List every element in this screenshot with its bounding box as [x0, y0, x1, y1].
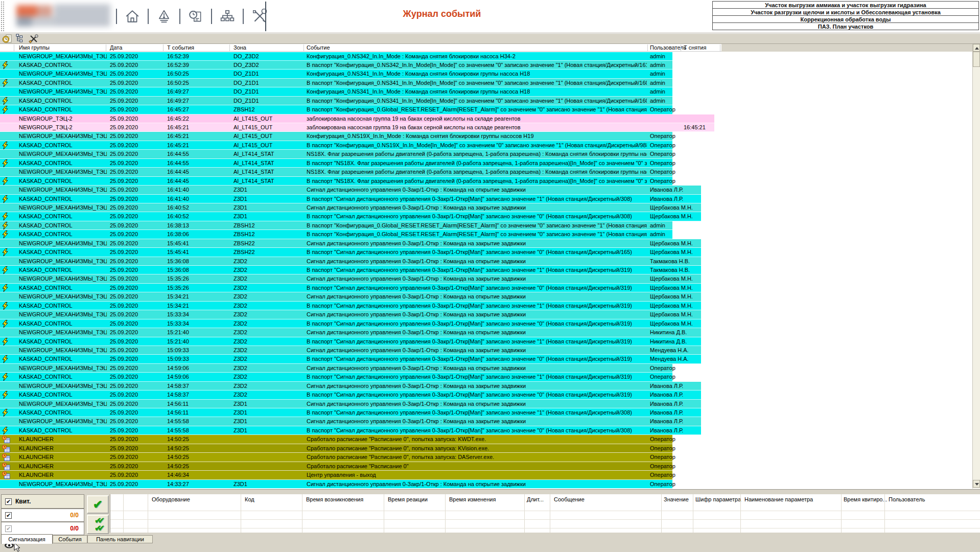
event-row[interactable]: KLAUNCHER25.09.202014:50:25Сработало рас…: [0, 435, 972, 444]
alarm-column-header-5[interactable]: Время реакции: [388, 496, 428, 502]
event-row[interactable]: KASKAD_CONTROL25.09.202016:41:40Z3D1В па…: [0, 195, 972, 203]
tab-3[interactable]: Панель навигации: [87, 535, 153, 543]
event-row[interactable]: KASKAD_CONTROL25.09.202016:40:52Z3D1В па…: [0, 212, 972, 221]
event-row[interactable]: KASKAD_CONTROL25.09.202016:52:39DO_Z3D2В…: [0, 61, 972, 70]
area-button-3[interactable]: Коррекционная обработка воды: [712, 15, 979, 23]
scroll-down-button[interactable]: [973, 480, 980, 488]
event-row[interactable]: NEWGROUP_МЕХАНИЗМЫ_ТЭЦ-225.09.202016:44:…: [0, 150, 972, 158]
event-row[interactable]: KASKAD_CONTROL25.09.202016:45:21AI_LT415…: [0, 141, 972, 150]
group-cell: KASKAD_CONTROL: [19, 195, 107, 203]
event-row[interactable]: KASKAD_CONTROL25.09.202015:36:08Z3D2В па…: [0, 266, 972, 274]
event-row[interactable]: KASKAD_CONTROL25.09.202014:58:37Z3D2В па…: [0, 390, 972, 399]
alarm-column-header-12[interactable]: Время квитиро...: [844, 496, 888, 502]
event-row[interactable]: NEWGROUP_МЕХАНИЗМЫ_ТЭЦ-225.09.202014:33:…: [0, 480, 972, 489]
journal-icon[interactable]: [2, 34, 12, 43]
event-row[interactable]: NEWGROUP_МЕХАНИЗМЫ_ТЭЦ-225.09.202016:50:…: [0, 70, 972, 78]
alarm-column-header-9[interactable]: Значение: [664, 496, 689, 502]
event-row[interactable]: NEWGROUP_МЕХАНИЗМЫ_ТЭЦ-225.09.202014:58:…: [0, 382, 972, 390]
event-row[interactable]: NEWGROUP_МЕХАНИЗМЫ_ТЭЦ-225.09.202015:33:…: [0, 310, 972, 319]
event-row[interactable]: NEWGROUP_МЕХАНИЗМЫ_ТЭЦ-225.09.202016:40:…: [0, 203, 972, 212]
column-header-1[interactable]: Имя группы: [19, 44, 50, 51]
event-row[interactable]: KLAUNCHER25.09.202014:50:25Сработало рас…: [0, 444, 972, 453]
event-row[interactable]: KASKAD_CONTROL25.09.202016:44:45AI_LT414…: [0, 177, 972, 186]
event-row[interactable]: NEWGROUP_ТЭЦ-225.09.202016:45:22AI_LT415…: [0, 114, 972, 123]
event-row[interactable]: KASKAD_CONTROL25.09.202015:45:41ZBSH22В …: [0, 248, 972, 257]
event-row[interactable]: KASKAD_CONTROL25.09.202016:45:27ZBSH12В …: [0, 105, 972, 114]
alarm-column-header-4[interactable]: Время возникновения: [306, 496, 363, 502]
event-row[interactable]: KASKAD_CONTROL25.09.202014:56:11Z3D1В па…: [0, 408, 972, 417]
column-header-3[interactable]: Т события: [167, 44, 194, 51]
time-cell: 14:58:37: [167, 390, 189, 399]
column-header-7[interactable]: Т снятия: [684, 44, 706, 51]
column-header-5[interactable]: Событие: [307, 44, 330, 51]
event-row[interactable]: KASKAD_CONTROL25.09.202015:33:34Z3D2В па…: [0, 319, 972, 328]
alarm-column-header-13[interactable]: Пользователь: [889, 496, 925, 502]
ack-label: Квит.: [15, 498, 31, 505]
event-row[interactable]: KASKAD_CONTROL25.09.202016:49:27DO_Z1D1В…: [0, 97, 972, 105]
tools-icon[interactable]: [251, 9, 267, 24]
event-row[interactable]: KLAUNCHER25.09.202014:46:34Центр управле…: [0, 471, 972, 479]
event-row[interactable]: KASKAD_CONTROL25.09.202015:09:33Z3D2В па…: [0, 355, 972, 363]
ack-all-checkbox[interactable]: ✔: [5, 498, 12, 505]
event-row[interactable]: NEWGROUP_МЕХАНИЗМЫ_ТЭЦ-225.09.202014:59:…: [0, 364, 972, 373]
event-row[interactable]: KASKAD_CONTROL25.09.202015:21:40Z3D2В па…: [0, 337, 972, 346]
scrollbar-thumb[interactable]: [973, 52, 980, 67]
event-row[interactable]: NEWGROUP_МЕХАНИЗМЫ_ТЭЦ-225.09.202015:09:…: [0, 346, 972, 355]
alarm-column-header-2[interactable]: Оборудование: [152, 496, 190, 502]
event-row[interactable]: KASKAD_CONTROL25.09.202015:34:21Z3D2В па…: [0, 302, 972, 310]
alarm-column-header-8[interactable]: Сообщение: [554, 496, 585, 502]
event-row[interactable]: NEWGROUP_МЕХАНИЗМЫ_ТЭЦ-225.09.202016:49:…: [0, 87, 972, 96]
report-icon[interactable]: [188, 9, 203, 24]
area-button-2[interactable]: Участок разгрузки щелочи и кислоты и Обе…: [712, 8, 979, 16]
column-header-4[interactable]: Зона: [234, 44, 246, 51]
time-cell: 14:58:37: [167, 382, 189, 390]
event-row[interactable]: NEWGROUP_МЕХАНИЗМЫ_ТЭЦ-225.09.202016:45:…: [0, 132, 972, 141]
tab-1[interactable]: Сигнализация: [1, 534, 53, 544]
alarm-icon[interactable]: [156, 9, 172, 24]
event-row[interactable]: NEWGROUP_МЕХАНИЗМЫ_ТЭЦ-225.09.202015:36:…: [0, 257, 972, 266]
event-row[interactable]: NEWGROUP_МЕХАНИЗМЫ_ТЭЦ-225.09.202016:52:…: [0, 52, 972, 61]
area-button-4[interactable]: ПАЗ. План участков: [712, 22, 979, 30]
ack-all-button[interactable]: ✔✔ ✔✔: [87, 515, 109, 534]
scroll-up-button[interactable]: [973, 44, 980, 52]
event-row[interactable]: KLAUNCHER25.09.202014:50:25Сработало рас…: [0, 453, 972, 462]
tree-icon[interactable]: [220, 9, 235, 24]
event-row[interactable]: NEWGROUP_МЕХАНИЗМЫ_ТЭЦ-225.09.202014:56:…: [0, 400, 972, 408]
tree-view-icon[interactable]: [15, 34, 26, 43]
event-row[interactable]: KASKAD_CONTROL25.09.202016:50:25DO_Z1D1В…: [0, 79, 972, 87]
alarm-column-header-6[interactable]: Время изменения: [449, 496, 496, 502]
home-icon[interactable]: [125, 9, 140, 24]
event-row[interactable]: NEWGROUP_МЕХАНИЗМЫ_ТЭЦ-225.09.202016:44:…: [0, 168, 972, 176]
event-cell: В паспорт "Сигнал дистанционного управле…: [307, 284, 647, 292]
event-row[interactable]: KASKAD_CONTROL25.09.202016:38:13ZBSH12В …: [0, 221, 972, 230]
event-row[interactable]: KASKAD_CONTROL25.09.202016:38:06ZBSH12В …: [0, 230, 972, 239]
event-row[interactable]: KASKAD_CONTROL25.09.202014:59:06Z3D2В па…: [0, 373, 972, 381]
event-row[interactable]: NEWGROUP_МЕХАНИЗМЫ_ТЭЦ-225.09.202014:55:…: [0, 417, 972, 426]
grid-line: [550, 494, 550, 533]
alarm-column-header-10[interactable]: Шифр параметра: [695, 496, 741, 502]
vertical-scrollbar[interactable]: [972, 44, 980, 489]
tab-2[interactable]: События: [53, 535, 87, 543]
alarm-column-header-11[interactable]: Наименование параметра: [744, 496, 813, 502]
group-cell: KASKAD_CONTROL: [19, 319, 107, 328]
event-row[interactable]: NEWGROUP_МЕХАНИЗМЫ_ТЭЦ-225.09.202015:35:…: [0, 274, 972, 283]
ack-selected-button[interactable]: ✔: [87, 495, 109, 514]
event-row[interactable]: NEWGROUP_МЕХАНИЗМЫ_ТЭЦ-225.09.202015:21:…: [0, 328, 972, 337]
event-row[interactable]: NEWGROUP_МЕХАНИЗМЫ_ТЭЦ-225.09.202016:41:…: [0, 186, 972, 194]
area-button-1[interactable]: Участок выгрузки аммиака и участок выгру…: [712, 1, 979, 9]
event-row[interactable]: KLAUNCHER25.09.202014:50:25Сработало рас…: [0, 462, 972, 471]
panel-splitter[interactable]: [0, 489, 980, 495]
column-header-2[interactable]: Дата: [110, 44, 122, 51]
alarm-column-header-3[interactable]: Код: [245, 496, 254, 502]
event-row[interactable]: NEWGROUP_ТЭЦ-225.09.202016:45:21AI_LT415…: [0, 123, 972, 132]
zone-cell: Z3D2: [234, 284, 247, 292]
alarm-checkbox[interactable]: ✔: [5, 525, 12, 532]
event-row[interactable]: KASKAD_CONTROL25.09.202014:55:58Z3D1В па…: [0, 426, 972, 435]
event-row[interactable]: KASKAD_CONTROL25.09.202015:35:26Z3D2В па…: [0, 284, 972, 292]
alarm-column-header-7[interactable]: Длит...: [527, 496, 544, 502]
warn-checkbox[interactable]: ✔: [5, 512, 12, 519]
event-row[interactable]: KASKAD_CONTROL25.09.202016:44:55AI_LT414…: [0, 159, 972, 168]
event-row[interactable]: NEWGROUP_МЕХАНИЗМЫ_ТЭЦ-225.09.202015:45:…: [0, 239, 972, 248]
event-row[interactable]: NEWGROUP_МЕХАНИЗМЫ_ТЭЦ-225.09.202015:34:…: [0, 292, 972, 301]
service-icon[interactable]: [29, 34, 39, 43]
